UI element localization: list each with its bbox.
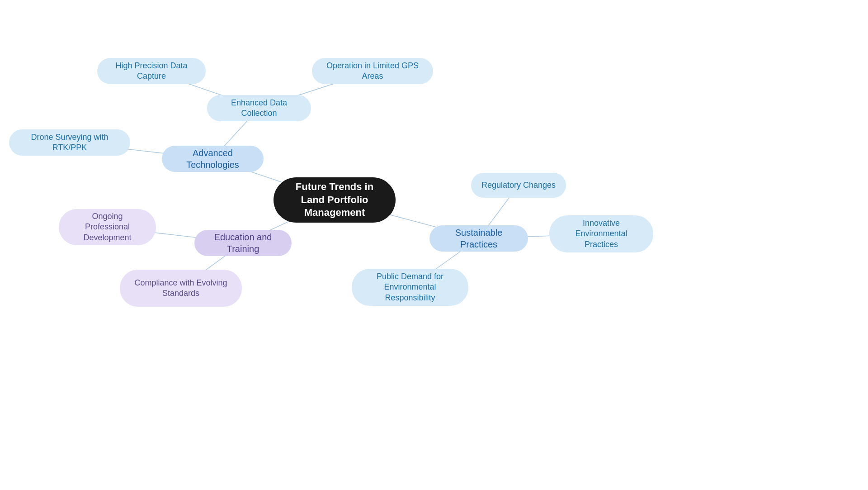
compliance-label: Compliance with Evolving Standards — [134, 278, 227, 299]
node-enhanced-data: Enhanced Data Collection — [207, 95, 311, 121]
node-ongoing-dev: Ongoing Professional Development — [59, 209, 156, 245]
node-innovative: Innovative Environmental Practices — [549, 215, 653, 252]
enhanced-data-label: Enhanced Data Collection — [217, 98, 301, 119]
node-education: Education and Training — [194, 230, 292, 256]
public-demand-label: Public Demand for Environmental Responsi… — [362, 271, 458, 303]
innovative-label: Innovative Environmental Practices — [559, 218, 643, 250]
regulatory-label: Regulatory Changes — [481, 180, 556, 190]
ongoing-dev-label: Ongoing Professional Development — [69, 211, 146, 243]
center-node: Future Trends in Land Portfolio Manageme… — [274, 177, 396, 223]
node-compliance: Compliance with Evolving Standards — [120, 270, 242, 307]
node-public-demand: Public Demand for Environmental Responsi… — [352, 269, 468, 306]
node-sustainable: Sustainable Practices — [429, 225, 528, 252]
node-regulatory: Regulatory Changes — [471, 173, 566, 198]
node-operation-gps: Operation in Limited GPS Areas — [312, 58, 433, 84]
node-drone-surveying: Drone Surveying with RTK/PPK — [9, 129, 130, 156]
node-advanced-technologies: Advanced Technologies — [162, 146, 264, 172]
high-precision-label: High Precision Data Capture — [107, 61, 196, 82]
drone-surveying-label: Drone Surveying with RTK/PPK — [19, 132, 120, 153]
advanced-tech-label: Advanced Technologies — [172, 147, 254, 171]
sustainable-label: Sustainable Practices — [439, 227, 518, 250]
center-label: Future Trends in Land Portfolio Manageme… — [283, 181, 386, 219]
node-high-precision: High Precision Data Capture — [97, 58, 206, 84]
operation-gps-label: Operation in Limited GPS Areas — [322, 61, 423, 82]
education-label: Education and Training — [204, 231, 282, 255]
